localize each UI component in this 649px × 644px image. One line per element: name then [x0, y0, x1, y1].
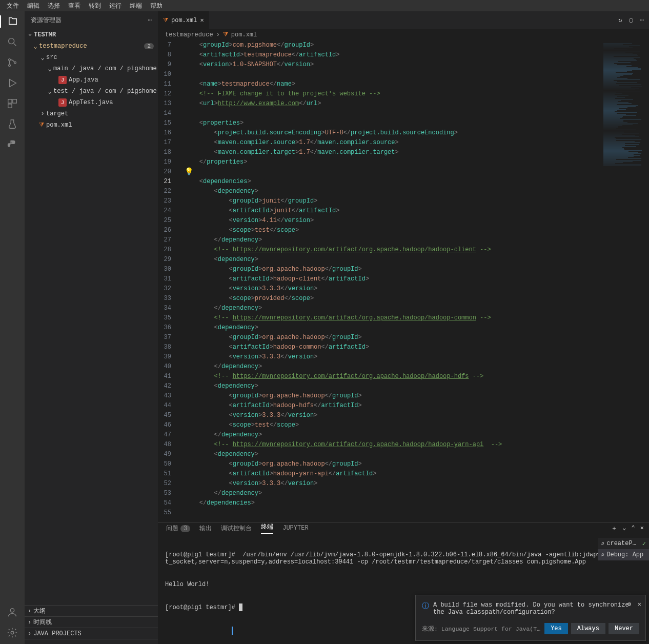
menu-帮助[interactable]: 帮助 — [146, 1, 167, 11]
terminal-entry-create[interactable]: ⌕createP…✓ — [598, 538, 649, 549]
svg-point-8 — [11, 631, 14, 634]
svg-rect-6 — [8, 104, 12, 108]
outline-section[interactable]: ›大纲 — [25, 605, 158, 616]
terminal-dropdown-icon[interactable]: ⌄ — [622, 524, 626, 533]
explorer-icon[interactable] — [0, 15, 25, 28]
minimap[interactable] — [600, 41, 649, 522]
xml-file-icon: ⧩ — [223, 31, 228, 38]
python-icon[interactable] — [6, 138, 18, 151]
sidebar: 资源管理器 ⋯ ›TESTMR ⌄testmapreduce2 ⌄src ⌄ma… — [25, 11, 158, 644]
editor-more-icon[interactable]: ⋯ — [640, 16, 644, 24]
menu-运行[interactable]: 运行 — [105, 1, 126, 11]
menu-转到[interactable]: 转到 — [85, 1, 105, 11]
toast-close-icon[interactable]: ✕ — [638, 600, 641, 608]
accounts-icon[interactable] — [6, 606, 18, 618]
panel-maximize-icon[interactable]: ⌃ — [632, 524, 635, 533]
debug-icon: ⌕ — [601, 540, 604, 548]
notification-toast: ⚙ ✕ ⓘ A build file was modified. Do you … — [415, 595, 646, 641]
menu-终端[interactable]: 终端 — [126, 1, 146, 11]
tab-problems[interactable]: 问题3 — [166, 524, 190, 533]
svg-point-0 — [9, 38, 14, 44]
toast-settings-icon[interactable]: ⚙ — [627, 600, 631, 608]
run-debug-icon[interactable] — [6, 77, 18, 89]
tab-close-icon[interactable]: ✕ — [200, 16, 204, 24]
toast-yes-button[interactable]: Yes — [544, 623, 568, 634]
source-control-icon[interactable] — [6, 56, 18, 69]
sidebar-more-icon[interactable]: ⋯ — [148, 16, 152, 24]
tab-terminal[interactable]: 终端 — [261, 522, 273, 534]
debug-icon: ⌕ — [601, 551, 604, 559]
java-projects-section[interactable]: ›JAVA PROJECTS — [25, 628, 158, 639]
panel: 问题3 输出 调试控制台 终端 JUPYTER ＋ ⌄ ⌃ ✕ [root@pi… — [158, 522, 649, 644]
file-tree: ⌄testmapreduce2 ⌄src ⌄main / java / com … — [25, 41, 158, 131]
testing-icon[interactable] — [6, 118, 18, 130]
terminal-cursor — [239, 603, 242, 611]
toast-source: 来源: Language Support for Java(TM) by Re… — [422, 625, 541, 633]
menu-文件[interactable]: 文件 — [3, 1, 23, 11]
xml-file-icon: ⧩ — [163, 17, 168, 24]
svg-point-7 — [10, 609, 14, 612]
terminal-new-icon[interactable]: ＋ — [611, 524, 617, 533]
tab-bar: ⧩ pom.xml ✕ ↻ ▢ ⋯ — [158, 11, 649, 29]
extra-section — [25, 639, 158, 644]
menu-bar: 文件编辑选择查看转到运行终端帮助 — [0, 0, 649, 11]
toast-always-button[interactable]: Always — [571, 623, 605, 634]
timeline-section[interactable]: ›时间线 — [25, 616, 158, 628]
tree-main-path[interactable]: ⌄main / java / com / pigshome — [25, 63, 158, 74]
search-icon[interactable] — [6, 36, 18, 48]
toast-never-button[interactable]: Never — [609, 623, 639, 634]
breadcrumb[interactable]: testmapreduce› ⧩ pom.xml — [158, 29, 649, 41]
extensions-icon[interactable] — [6, 97, 18, 110]
svg-rect-4 — [8, 99, 12, 103]
sidebar-title: 资源管理器 — [31, 16, 62, 25]
editor-area[interactable]: 7 <groupId>com.pigshome</groupId>8 <arti… — [158, 41, 649, 522]
panel-close-icon[interactable]: ✕ — [640, 524, 644, 533]
svg-point-2 — [9, 65, 11, 67]
folder-section[interactable]: ›TESTMR — [25, 29, 158, 41]
menu-查看[interactable]: 查看 — [64, 1, 85, 11]
info-icon: ⓘ — [422, 601, 429, 616]
terminal-entry-debug[interactable]: ⌕Debug: App — [598, 549, 649, 560]
tab-pom[interactable]: ⧩ pom.xml ✕ — [158, 11, 209, 29]
tree-apptest-file[interactable]: JAppTest.java — [25, 97, 158, 108]
menu-编辑[interactable]: 编辑 — [23, 1, 44, 11]
settings-icon[interactable] — [6, 627, 18, 639]
svg-point-1 — [9, 59, 11, 61]
menu-选择[interactable]: 选择 — [44, 1, 64, 11]
activity-bar — [0, 11, 25, 644]
tab-output[interactable]: 输出 — [199, 524, 212, 533]
terminal-list: ⌕createP…✓ ⌕Debug: App — [598, 538, 649, 560]
lightbulb-icon[interactable]: 💡 — [185, 167, 193, 176]
editor-column: ⧩ pom.xml ✕ ↻ ▢ ⋯ testmapreduce› ⧩ pom.x… — [158, 11, 649, 644]
tree-pom[interactable]: ⧩pom.xml — [25, 119, 158, 131]
terminal-secondary-cursor — [232, 627, 233, 635]
tree-app-file[interactable]: JApp.java — [25, 74, 158, 86]
tree-src[interactable]: ⌄src — [25, 52, 158, 63]
tab-jupyter[interactable]: JUPYTER — [282, 525, 308, 532]
split-editor-icon[interactable]: ▢ — [630, 16, 633, 24]
reload-icon[interactable]: ↻ — [618, 16, 622, 24]
tab-debug-console[interactable]: 调试控制台 — [221, 524, 252, 533]
svg-rect-5 — [13, 99, 16, 103]
tree-test-path[interactable]: ⌄test / java / com / pigshome — [25, 86, 158, 97]
panel-tabs: 问题3 输出 调试控制台 终端 JUPYTER ＋ ⌄ ⌃ ✕ — [158, 522, 649, 534]
tree-root[interactable]: ⌄testmapreduce2 — [25, 41, 158, 52]
tree-target[interactable]: ›target — [25, 108, 158, 119]
toast-message: A build file was modified. Do you want t… — [433, 601, 639, 616]
